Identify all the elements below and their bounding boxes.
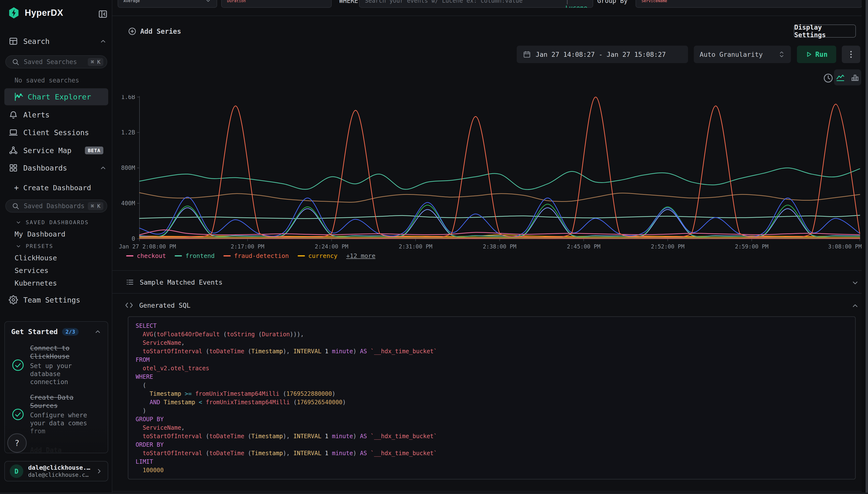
- legend-item[interactable]: fraud-detection: [224, 252, 289, 259]
- sidebar-item-services[interactable]: Services: [15, 266, 49, 275]
- y-axis-tick-label: 1.2B: [121, 129, 135, 136]
- legend-item[interactable]: currency: [298, 252, 337, 259]
- mode-lucene-toggle[interactable]: Lucene: [565, 4, 587, 8]
- hyperdx-logo-icon: [8, 7, 19, 19]
- sample-matched-events-header[interactable]: Sample Matched Events: [126, 278, 223, 286]
- generated-sql-code[interactable]: SELECT AVG(toFloat64OrDefault (toString …: [128, 317, 856, 479]
- collapse-sidebar-button[interactable]: [98, 9, 108, 19]
- laptop-icon: [9, 128, 18, 137]
- chart-legend: checkoutfrontendfraud-detectioncurrency+…: [126, 252, 375, 259]
- timeseries-chart[interactable]: 0400M800M1.2B1.6BJan 27 2:08:00 PM2:17:0…: [116, 95, 865, 249]
- legend-swatch: [175, 255, 182, 256]
- sidebar-item-service-map[interactable]: Service Map BETA: [0, 145, 112, 156]
- get-started-title: Get Started: [11, 327, 58, 336]
- dashboards-icon: [9, 163, 18, 172]
- granularity-select[interactable]: Auto Granularity: [694, 45, 791, 63]
- code-icon: [125, 301, 133, 310]
- legend-more-link[interactable]: +12 more: [346, 252, 375, 259]
- y-axis-tick-label: 1.6B: [121, 95, 135, 100]
- chevron-up-icon[interactable]: [99, 164, 107, 172]
- granularity-value: Auto Granularity: [700, 51, 763, 58]
- series-line: [139, 215, 860, 218]
- sql-code-line: ServiceName,: [136, 339, 855, 347]
- saved-searches-input[interactable]: Saved Searches ⌘ K: [5, 55, 107, 69]
- chevron-up-icon[interactable]: [99, 38, 107, 45]
- sidebar-item-kubernetes[interactable]: Kubernetes: [15, 279, 57, 287]
- plus-circle-icon: [128, 27, 136, 35]
- task-title: Create Data Sources: [30, 393, 101, 410]
- sql-code-line: toStartOfInterval (toDateTime (Timestamp…: [136, 432, 855, 441]
- series-line: [139, 238, 860, 238]
- chevron-down-icon: [16, 243, 21, 249]
- user-account-button[interactable]: D dale@clickhouse.… dale@clickhouse.c…: [4, 461, 108, 481]
- legend-item[interactable]: frontend: [175, 252, 214, 259]
- saved-dashboards-section[interactable]: SAVED DASHBOARDS: [16, 219, 89, 225]
- sql-code-line: SELECT: [136, 322, 855, 330]
- beta-badge: BETA: [85, 147, 103, 154]
- date-range-picker[interactable]: Jan 27 14:08:27 - Jan 27 15:08:27: [517, 45, 688, 63]
- x-axis-tick-label: 2:59:00 PM: [735, 243, 768, 249]
- group-by-input[interactable]: ServiceName: [636, 0, 862, 8]
- saved-dashboards-input[interactable]: Saved Dashboards ⌘ K: [5, 200, 107, 212]
- line-chart-icon[interactable]: [836, 73, 845, 82]
- run-button[interactable]: Run: [797, 45, 836, 63]
- chevron-down-icon[interactable]: [851, 279, 859, 287]
- series-line: [139, 204, 860, 237]
- presets-section[interactable]: PRESETS: [16, 243, 53, 249]
- get-started-item-connect[interactable]: Connect to ClickHouse Set up your databa…: [11, 344, 101, 386]
- time-format-icon[interactable]: [823, 73, 833, 83]
- sidebar-item-my-dashboard[interactable]: My Dashboard: [15, 230, 65, 238]
- sql-code-line: AND Timestamp < fromUnixTimestamp64Milli…: [136, 398, 855, 407]
- add-series-label: Add Series: [140, 27, 181, 35]
- sidebar-item-label: Client Sessions: [23, 128, 89, 137]
- divider: [112, 293, 862, 293]
- task-desc: Configure where your data comes from: [30, 411, 101, 435]
- chevron-down-icon: [205, 0, 211, 4]
- sql-code-line: Timestamp >= fromUnixTimestamp64Milli (1…: [136, 390, 855, 398]
- help-button[interactable]: ?: [7, 433, 27, 453]
- scrollbar-thumb[interactable]: [866, 0, 868, 494]
- generated-sql-header[interactable]: Generated SQL: [125, 301, 190, 310]
- create-dashboard-button[interactable]: + Create Dashboard: [0, 182, 112, 194]
- group-by-value: ServiceName: [641, 0, 667, 3]
- more-options-button[interactable]: [842, 45, 860, 63]
- search-query-input[interactable]: Search your events w/ Lucene ex: column:…: [359, 0, 593, 8]
- section-title: Generated SQL: [139, 302, 190, 309]
- display-settings-button[interactable]: Display Settings: [794, 24, 856, 38]
- chevron-up-icon[interactable]: [94, 328, 101, 335]
- x-axis-tick-label: Jan 27 2:08:00 PM: [119, 243, 176, 249]
- y-axis-tick-label: 800M: [121, 165, 135, 171]
- legend-item[interactable]: checkout: [126, 252, 166, 259]
- app-window: HyperDX Search Saved Searches ⌘ K No sav…: [0, 0, 868, 494]
- sidebar-item-search[interactable]: Search: [0, 35, 112, 47]
- sidebar-item-clickhouse[interactable]: ClickHouse: [15, 254, 57, 262]
- sql-code-line: ServiceName,: [136, 424, 855, 432]
- legend-swatch: [224, 255, 231, 256]
- x-axis-tick-label: 2:38:00 PM: [483, 243, 516, 249]
- x-axis-tick-label: 2:45:00 PM: [567, 243, 600, 249]
- legend-label: fraud-detection: [234, 252, 289, 259]
- aggregation-select[interactable]: Average: [118, 0, 217, 8]
- x-axis-tick-label: 2:52:00 PM: [651, 243, 684, 249]
- sql-code-line: toStartOfInterval (toDateTime (Timestamp…: [136, 449, 855, 458]
- get-started-card: Get Started 2/3 Connect to ClickHouse Se…: [4, 321, 108, 453]
- get-started-item-sources[interactable]: Create Data Sources Configure where your…: [11, 393, 101, 435]
- sidebar-item-client-sessions[interactable]: Client Sessions: [0, 127, 112, 138]
- legend-label: currency: [308, 252, 337, 259]
- add-series-button[interactable]: Add Series: [128, 27, 181, 35]
- x-axis-tick-label: 2:31:00 PM: [399, 243, 432, 249]
- sidebar-item-team-settings[interactable]: Team Settings: [0, 294, 112, 306]
- sql-code-line: FROM: [136, 356, 855, 364]
- y-axis-tick-label: 400M: [121, 200, 135, 207]
- saved-dashboards-placeholder: Saved Dashboards: [24, 202, 88, 210]
- sidebar-item-alerts[interactable]: Alerts: [0, 109, 112, 120]
- search-placeholder: Search your events w/ Lucene ex: column:…: [365, 0, 523, 4]
- sidebar-item-dashboards[interactable]: Dashboards: [0, 162, 112, 174]
- field-input[interactable]: Duration: [221, 0, 332, 8]
- sidebar-item-chart-explorer[interactable]: Chart Explorer: [4, 88, 108, 105]
- search-icon: [12, 58, 19, 66]
- bar-chart-icon[interactable]: [850, 73, 860, 82]
- series-line: [139, 197, 860, 236]
- sql-code-line: LIMIT: [136, 458, 855, 466]
- chevron-up-icon[interactable]: [851, 302, 859, 310]
